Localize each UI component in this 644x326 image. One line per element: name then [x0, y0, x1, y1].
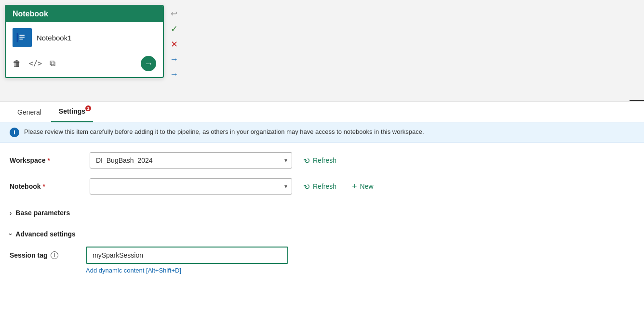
notebook-refresh-button[interactable]: ↻ Refresh [300, 180, 340, 193]
delete-icon[interactable]: 🗑 [13, 59, 21, 69]
notebook-row: Notebook * ▾ ↻ Refresh + New [10, 178, 634, 195]
notebook-card-title: Notebook [13, 10, 48, 18]
workspace-row: Workspace * DI_BugBash_2024 ▾ ↻ Refresh [10, 152, 634, 169]
workspace-refresh-button[interactable]: ↻ Refresh [300, 154, 340, 167]
confirm-icon[interactable]: ✓ [169, 23, 179, 35]
notebook-icon [13, 28, 32, 47]
dynamic-content-link[interactable]: Add dynamic content [Alt+Shift+D] [86, 267, 634, 274]
arrow-right2-icon[interactable]: → [169, 68, 179, 80]
session-tag-row: Session tag i [10, 247, 634, 264]
advanced-settings-label: Advanced settings [15, 230, 75, 238]
code-icon[interactable]: </> [29, 59, 42, 68]
info-banner: i Please review this item carefully befo… [0, 122, 644, 143]
tab-general[interactable]: General [10, 103, 49, 122]
notebook-name: Notebook1 [37, 34, 72, 42]
notebook-card-body: Notebook1 🗑 </> ⧉ → [6, 22, 163, 77]
base-params-expand-icon: › [10, 209, 12, 217]
notebook-item: Notebook1 [13, 28, 156, 47]
plus-icon: + [352, 182, 357, 192]
notebook-refresh-icon: ↻ [302, 181, 312, 192]
workspace-select[interactable]: DI_BugBash_2024 [90, 152, 292, 169]
advanced-settings-expand-icon: › [7, 233, 14, 235]
notebook-card-header: Notebook [6, 6, 163, 22]
info-icon: i [10, 128, 19, 137]
svg-rect-1 [17, 33, 18, 42]
notebook-new-button[interactable]: + New [348, 180, 377, 194]
workspace-required-star: * [47, 156, 50, 164]
info-banner-text: Please review this item carefully before… [24, 127, 424, 137]
workspace-refresh-icon: ↻ [302, 155, 312, 166]
arrow-right-icon[interactable]: → [169, 53, 179, 65]
notebook-label: Notebook * [10, 183, 82, 190]
base-params-label: Base parameters [15, 209, 70, 217]
advanced-settings-section[interactable]: › Advanced settings [10, 225, 634, 243]
notebook-required-star: * [43, 183, 45, 190]
settings-tab-badge: 1 [85, 105, 91, 111]
session-tag-input[interactable] [86, 247, 288, 264]
notebook-actions: 🗑 </> ⧉ → [13, 54, 156, 71]
main-container: Notebook Notebook1 🗑 </> ⧉ [0, 0, 644, 326]
workspace-select-wrapper: DI_BugBash_2024 ▾ [90, 152, 292, 169]
copy-icon[interactable]: ⧉ [50, 59, 55, 68]
go-icon: → [144, 59, 153, 69]
main-panel: General Settings 1 i Please review this … [0, 101, 644, 326]
notebook-card: Notebook Notebook1 🗑 </> ⧉ [5, 5, 164, 78]
session-tag-label-wrapper: Session tag i [10, 251, 82, 259]
notebook-select[interactable] [90, 178, 292, 195]
form-section: Workspace * DI_BugBash_2024 ▾ ↻ Refresh [0, 143, 644, 284]
notebook-select-wrapper: ▾ [90, 178, 292, 195]
tab-settings[interactable]: Settings 1 [51, 102, 93, 122]
side-toolbar: ↩ ✓ ✕ → → [167, 5, 181, 83]
tabs-bar: General Settings 1 [0, 102, 644, 122]
session-tag-tooltip-icon[interactable]: i [51, 251, 58, 259]
cancel-icon[interactable]: ✕ [169, 38, 179, 51]
base-parameters-section[interactable]: › Base parameters [10, 204, 634, 222]
undo-icon[interactable]: ↩ [169, 8, 179, 20]
go-button[interactable]: → [141, 56, 156, 71]
workspace-label: Workspace * [10, 156, 82, 164]
